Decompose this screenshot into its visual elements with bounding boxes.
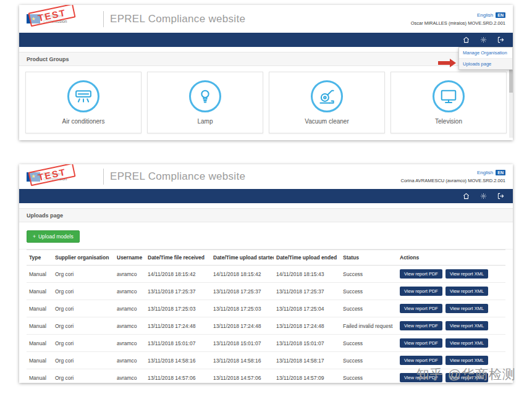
cell-actions: View report PDFView report XML: [397, 266, 505, 283]
logout-icon[interactable]: [497, 36, 504, 43]
cell-received: 13/11/2018 17:25:37: [145, 283, 211, 300]
col-date-started: Date/Time upload started: [211, 250, 274, 266]
col-supplier-organisation: Supplier organisation: [53, 250, 114, 266]
menu-item-uploads-page[interactable]: Uploads page: [459, 58, 512, 69]
view-report-xml-button[interactable]: View report XML: [445, 321, 488, 330]
cell-ended: 13/11/2018 17:25:04: [274, 300, 340, 317]
language-label[interactable]: English: [477, 12, 493, 18]
language-switcher[interactable]: English EN: [401, 170, 506, 175]
col-date-received: Date/Time file received: [145, 250, 211, 266]
view-report-xml-button[interactable]: View report XML: [445, 304, 488, 313]
view-report-pdf-button[interactable]: View report PDF: [400, 356, 442, 365]
cell-actions: View report PDFView report XML: [397, 283, 505, 300]
nav-bar: [19, 33, 513, 47]
upload-models-button[interactable]: + Upload models: [27, 230, 80, 243]
logout-icon[interactable]: [497, 193, 504, 199]
section-title-bar: Uploads page: [19, 208, 513, 222]
cell-started: 13/11/2018 15:01:07: [211, 335, 274, 352]
cell-username: avramco: [114, 369, 145, 384]
col-actions: Actions: [397, 250, 505, 266]
arrow-head: [450, 59, 456, 67]
cell-started: 13/11/2018 14:58:16: [211, 352, 274, 369]
cell-actions: View report PDFView report XML: [397, 317, 505, 335]
ec-logo: ★ European Commission TEST: [27, 5, 91, 33]
view-report-xml-button[interactable]: View report XML: [445, 356, 488, 365]
cell-received: 13/11/2018 17:25:03: [145, 300, 211, 317]
product-group-cards: Air conditioners Lamp Vacuum cleaner Tel…: [19, 66, 513, 139]
col-date-ended: Date/Time upload ended: [274, 250, 340, 266]
language-badge[interactable]: EN: [496, 12, 505, 18]
uploads-table-wrap: Type Supplier organisation Username Date…: [19, 249, 513, 383]
cell-received: 13/11/2018 14:58:16: [145, 352, 211, 369]
card-vacuum-cleaner[interactable]: Vacuum cleaner: [269, 72, 385, 133]
section-title: Uploads page: [27, 212, 63, 219]
uploads-page-screenshot: ★ European Commission TEST EPREL Complia…: [19, 164, 513, 383]
cell-received: 13/11/2018 17:24:48: [145, 317, 211, 335]
watermark: 知乎 @华商检测: [416, 366, 516, 383]
cell-username: avramco: [114, 300, 145, 317]
card-lamp[interactable]: Lamp: [147, 72, 263, 133]
cell-username: avramco: [114, 352, 145, 369]
header-right: English EN Corina AVRAMESCU (avramco) MO…: [401, 170, 506, 183]
settings-dropdown: Manage Organisation Uploads page: [458, 47, 513, 70]
ec-logo: ★ European Commission TEST: [27, 164, 91, 189]
page-title: EPREL Compliance website: [110, 170, 245, 183]
cell-ended: 13/11/2018 14:57:09: [274, 369, 340, 384]
view-report-pdf-button[interactable]: View report PDF: [400, 269, 442, 279]
cell-org: Org cori: [53, 266, 114, 283]
cell-ended: 13/11/2018 14:58:17: [274, 352, 340, 369]
table-row: ManualOrg coriavramco13/11/2018 15:01:07…: [27, 335, 505, 352]
air-conditioner-icon: [67, 80, 99, 112]
plus-icon: +: [33, 233, 36, 240]
cell-username: avramco: [114, 335, 145, 352]
cell-started: 13/11/2018 17:25:37: [211, 283, 274, 300]
gear-icon[interactable]: [480, 36, 487, 43]
cell-actions: View report PDFView report XML: [397, 300, 505, 317]
cell-type: Manual: [27, 369, 53, 384]
view-report-pdf-button[interactable]: View report PDF: [400, 287, 442, 296]
gear-icon[interactable]: [480, 193, 487, 199]
view-report-pdf-button[interactable]: View report PDF: [400, 304, 442, 313]
cell-username: avramco: [114, 266, 145, 283]
cell-status: Success: [340, 283, 397, 300]
home-icon[interactable]: [463, 36, 470, 43]
language-label[interactable]: English: [477, 170, 493, 175]
test-stamp: TEST: [28, 164, 76, 186]
cell-username: avramco: [114, 283, 145, 300]
table-row: ManualOrg coriavramco13/11/2018 17:24:48…: [27, 317, 505, 335]
cell-ended: 13/11/2018 17:25:37: [274, 283, 340, 300]
vacuum-cleaner-icon: [311, 80, 343, 112]
cell-org: Org cori: [53, 283, 114, 300]
cell-started: 13/11/2018 17:25:03: [211, 300, 274, 317]
scrollbar[interactable]: [509, 67, 513, 138]
cell-received: 13/11/2018 14:57:06: [145, 369, 211, 384]
uploads-toolbar: + Upload models: [19, 222, 513, 249]
card-air-conditioners[interactable]: Air conditioners: [25, 72, 141, 133]
language-switcher[interactable]: English EN: [411, 12, 505, 18]
menu-item-manage-organisation[interactable]: Manage Organisation: [459, 48, 512, 58]
site-header: ★ European Commission TEST EPREL Complia…: [19, 164, 513, 189]
uploads-table: Type Supplier organisation Username Date…: [27, 249, 505, 383]
home-icon[interactable]: [463, 193, 470, 199]
header-right: English EN Oscar MIRALLES (miralos) MOVE…: [411, 12, 505, 26]
table-row: ManualOrg coriavramco13/11/2018 17:25:03…: [27, 300, 505, 317]
view-report-xml-button[interactable]: View report XML: [445, 338, 488, 348]
lamp-icon: [189, 80, 221, 112]
cell-received: 13/11/2018 15:01:07: [145, 335, 211, 352]
card-label: Vacuum cleaner: [305, 118, 349, 125]
view-report-xml-button[interactable]: View report XML: [445, 269, 488, 279]
card-label: Television: [435, 118, 462, 125]
card-television[interactable]: Television: [391, 72, 507, 133]
cell-type: Manual: [27, 283, 53, 300]
view-report-pdf-button[interactable]: View report PDF: [400, 338, 442, 348]
view-report-pdf-button[interactable]: View report PDF: [400, 321, 442, 330]
cell-started: 13/11/2018 17:24:48: [211, 317, 274, 335]
view-report-xml-button[interactable]: View report XML: [445, 287, 488, 296]
cell-status: Failed invalid request: [340, 317, 397, 335]
cell-type: Manual: [27, 335, 53, 352]
scrollbar-thumb[interactable]: [509, 67, 513, 93]
cell-username: avramco: [114, 317, 145, 335]
cell-status: Success: [340, 335, 397, 352]
language-badge[interactable]: EN: [496, 170, 505, 175]
header-divider: [103, 11, 104, 27]
